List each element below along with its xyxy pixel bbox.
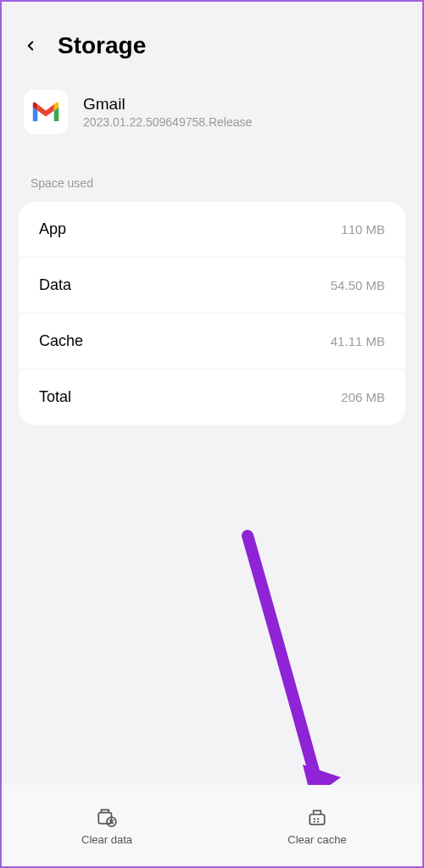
gmail-icon [24, 90, 68, 134]
row-label: Cache [39, 332, 83, 350]
row-cache: Cache 41.11 MB [19, 314, 405, 370]
row-label: Total [39, 388, 71, 406]
back-button[interactable] [19, 34, 42, 58]
page-title: Storage [58, 32, 146, 59]
clear-data-icon [96, 806, 118, 828]
header: Storage [19, 22, 405, 59]
clear-data-label: Clear data [81, 833, 132, 846]
bottom-bar: Clear data Clear cache [2, 785, 422, 866]
row-value: 54.50 MB [331, 278, 385, 292]
row-value: 41.11 MB [331, 334, 385, 348]
clear-data-button[interactable]: Clear data [2, 785, 212, 866]
section-label: Space used [19, 176, 405, 202]
clear-cache-button[interactable]: Clear cache [212, 785, 422, 866]
back-icon [23, 38, 38, 53]
space-used-card: App 110 MB Data 54.50 MB Cache 41.11 MB … [19, 202, 405, 425]
annotation-arrow [231, 527, 349, 798]
row-value: 206 MB [341, 390, 385, 404]
row-total: Total 206 MB [19, 370, 405, 425]
app-info: Gmail 2023.01.22.509649758.Release [19, 90, 405, 134]
row-value: 110 MB [341, 222, 385, 236]
app-version: 2023.01.22.509649758.Release [83, 115, 252, 129]
app-name: Gmail [83, 95, 252, 114]
clear-cache-label: Clear cache [287, 833, 346, 846]
row-app: App 110 MB [19, 202, 405, 258]
row-data: Data 54.50 MB [19, 258, 405, 314]
row-label: App [39, 220, 66, 238]
row-label: Data [39, 276, 71, 294]
clear-cache-icon [306, 806, 328, 828]
